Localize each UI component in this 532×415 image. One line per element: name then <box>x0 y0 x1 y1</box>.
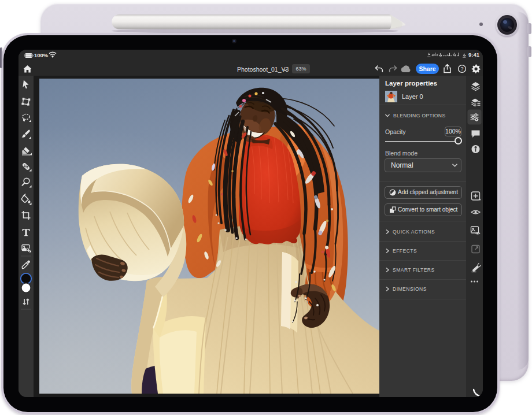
svg-text:9:41: 9:41 <box>468 51 479 58</box>
svg-text:?: ? <box>460 66 463 72</box>
